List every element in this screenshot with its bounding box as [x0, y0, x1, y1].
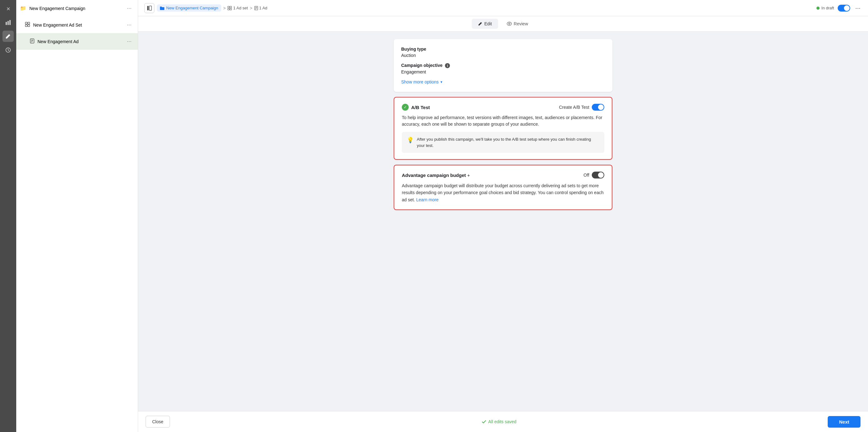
- svg-rect-6: [25, 25, 27, 27]
- breadcrumb-folder-icon: [160, 6, 164, 10]
- adset-grid-icon: [25, 22, 30, 28]
- clock-button[interactable]: [2, 44, 14, 56]
- top-nav: New Engagement Campaign > 1 Ad set >: [138, 0, 868, 16]
- sidebar-item-adset[interactable]: New Engagement Ad Set ···: [16, 17, 138, 33]
- svg-rect-16: [228, 8, 229, 10]
- pencil-button[interactable]: [2, 31, 14, 42]
- panel-toggle-button[interactable]: [144, 3, 154, 13]
- draft-badge: In draft: [816, 6, 834, 10]
- pencil-icon: [5, 33, 11, 39]
- sidebar-adset-label: New Engagement Ad Set: [33, 23, 126, 28]
- icon-bar: ✕: [0, 0, 16, 432]
- campaign-details-card: Buying type Auction Campaign objective i…: [394, 39, 612, 92]
- sidebar-campaign-label: New Engagement Campaign: [29, 6, 126, 11]
- content-scroll: Buying type Auction Campaign objective i…: [138, 32, 868, 411]
- close-icon: ✕: [6, 6, 10, 12]
- svg-rect-7: [28, 25, 30, 27]
- campaign-more-button[interactable]: ···: [126, 4, 133, 13]
- ab-test-card: ✓ A/B Test Create A/B Test To help impro…: [394, 97, 612, 160]
- saved-status: All edits saved: [482, 419, 517, 424]
- advantage-plus-sign: +: [467, 173, 470, 178]
- nav-more-button[interactable]: ···: [854, 3, 862, 13]
- advantage-title-left: Advantage campaign budget +: [402, 173, 470, 178]
- svg-rect-14: [228, 6, 229, 8]
- advantage-toggle-label: Off: [584, 173, 589, 178]
- svg-rect-13: [149, 6, 152, 10]
- svg-point-23: [509, 23, 510, 25]
- adset-more-button[interactable]: ···: [126, 20, 133, 29]
- breadcrumb-sep2: >: [250, 6, 252, 11]
- breadcrumb-adset-part: 1 Ad set: [227, 6, 248, 10]
- ad-more-button[interactable]: ···: [126, 37, 133, 46]
- svg-rect-17: [230, 8, 231, 10]
- advantage-description: Advantage campaign budget will distribut…: [402, 182, 604, 203]
- close-button[interactable]: Close: [146, 416, 170, 428]
- breadcrumb: New Engagement Campaign > 1 Ad set >: [157, 4, 814, 11]
- breadcrumb-ad-part: 1 Ad: [254, 6, 268, 10]
- panel-icon: [147, 6, 152, 11]
- advantage-toggle-group: Off: [584, 172, 604, 179]
- svg-rect-0: [6, 22, 7, 25]
- ab-test-toggle[interactable]: [592, 104, 604, 111]
- advantage-toggle[interactable]: [592, 172, 604, 179]
- review-tab-button[interactable]: Review: [501, 19, 534, 29]
- breadcrumb-sep1: >: [223, 6, 226, 11]
- breadcrumb-campaign-link[interactable]: New Engagement Campaign: [157, 4, 221, 11]
- bulb-icon: 💡: [407, 136, 414, 144]
- svg-rect-4: [25, 22, 27, 24]
- svg-point-22: [507, 22, 512, 25]
- draft-toggle[interactable]: [838, 5, 850, 11]
- content-inner: Buying type Auction Campaign objective i…: [394, 39, 612, 210]
- sidebar-item-campaign[interactable]: 📁 New Engagement Campaign ···: [16, 0, 138, 17]
- ab-test-description: To help improve ad performance, test ver…: [402, 115, 604, 127]
- bottom-bar: Close All edits saved Next: [138, 411, 868, 432]
- chart-button[interactable]: [2, 17, 14, 28]
- ab-test-info-box: 💡 After you publish this campaign, we'll…: [402, 132, 604, 153]
- svg-rect-5: [28, 22, 30, 24]
- advantage-header: Advantage campaign budget + Off: [402, 172, 604, 179]
- buying-type-label: Buying type: [401, 47, 605, 52]
- show-more-options-link[interactable]: Show more options ▼: [401, 80, 443, 84]
- objective-info-icon[interactable]: i: [445, 63, 450, 68]
- objective-row: Campaign objective i Engagement: [401, 63, 605, 74]
- ab-test-info-text: After you publish this campaign, we'll t…: [417, 136, 599, 149]
- close-button[interactable]: ✕: [2, 3, 14, 14]
- svg-rect-2: [9, 20, 11, 25]
- ab-test-header: ✓ A/B Test Create A/B Test: [402, 104, 604, 111]
- breadcrumb-ad-icon: [254, 6, 258, 10]
- ab-test-title-left: ✓ A/B Test: [402, 104, 430, 111]
- campaign-folder-icon: 📁: [20, 5, 26, 11]
- chart-icon: [5, 20, 11, 26]
- objective-label: Campaign objective i: [401, 63, 605, 68]
- sidebar-item-ad[interactable]: New Engagement Ad ···: [16, 33, 138, 50]
- ab-test-check-icon: ✓: [402, 104, 409, 111]
- breadcrumb-adset-icon: [227, 6, 232, 10]
- draft-dot: [816, 6, 819, 10]
- svg-rect-1: [7, 21, 9, 25]
- sidebar: 📁 New Engagement Campaign ··· New Engage…: [16, 0, 138, 432]
- edit-review-bar: Edit Review: [138, 16, 868, 32]
- svg-rect-15: [230, 6, 231, 8]
- checkmark-icon: [482, 419, 487, 424]
- svg-rect-12: [147, 6, 149, 10]
- sidebar-ad-label: New Engagement Ad: [37, 39, 126, 44]
- ad-doc-icon: [30, 38, 34, 45]
- ab-test-toggle-group: Create A/B Test: [559, 104, 604, 111]
- advantage-title: Advantage campaign budget +: [402, 173, 470, 178]
- nav-right: In draft ···: [816, 3, 862, 13]
- learn-more-link[interactable]: Learn more: [416, 197, 439, 202]
- main-area: New Engagement Campaign > 1 Ad set >: [138, 0, 868, 432]
- show-more-arrow-icon: ▼: [440, 80, 443, 84]
- buying-type-value: Auction: [401, 53, 605, 58]
- edit-tab-button[interactable]: Edit: [472, 19, 498, 29]
- edit-pencil-icon: [478, 22, 483, 26]
- clock-icon: [5, 47, 11, 53]
- advantage-card: Advantage campaign budget + Off Advantag…: [394, 165, 612, 210]
- objective-value: Engagement: [401, 69, 605, 74]
- buying-type-row: Buying type Auction: [401, 47, 605, 58]
- next-button[interactable]: Next: [828, 416, 861, 428]
- ab-test-title: A/B Test: [411, 105, 430, 110]
- ab-test-toggle-label: Create A/B Test: [559, 105, 589, 110]
- review-eye-icon: [507, 22, 512, 26]
